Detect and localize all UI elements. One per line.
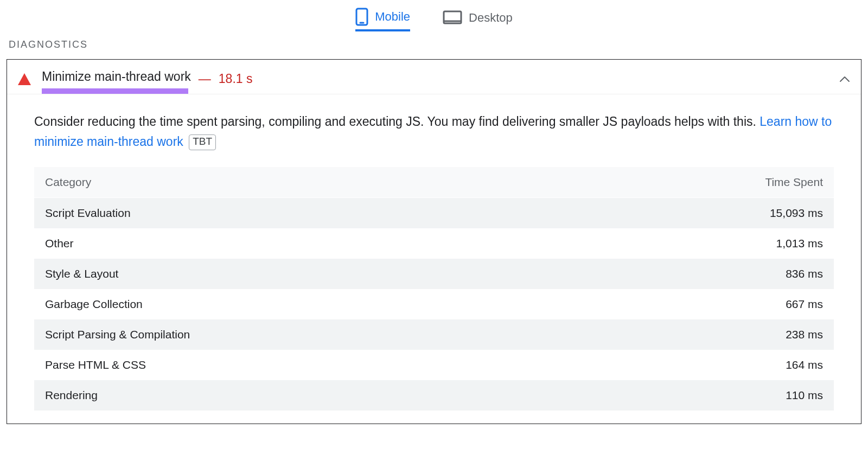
cell-time: 238 ms xyxy=(576,319,834,350)
device-tabs: Mobile Desktop xyxy=(7,0,861,39)
table-row: Script Evaluation 15,093 ms xyxy=(34,197,834,228)
cell-time: 15,093 ms xyxy=(576,197,834,228)
cell-time: 667 ms xyxy=(576,289,834,319)
cell-category: Parse HTML & CSS xyxy=(34,350,576,380)
chevron-up-icon xyxy=(839,76,850,82)
desktop-icon xyxy=(443,10,462,25)
cell-category: Script Evaluation xyxy=(34,197,576,228)
audit-title-text: Minimize main-thread work xyxy=(42,69,191,84)
table-row: Style & Layout 836 ms xyxy=(34,259,834,289)
cell-time: 164 ms xyxy=(576,350,834,380)
cell-category: Garbage Collection xyxy=(34,289,576,319)
cell-time: 110 ms xyxy=(576,380,834,411)
audit-panel: Minimize main-thread work — 18.1 s Consi… xyxy=(7,59,861,424)
audit-header[interactable]: Minimize main-thread work — 18.1 s xyxy=(7,60,861,94)
tab-mobile[interactable]: Mobile xyxy=(355,8,410,31)
audit-dash: — xyxy=(199,72,211,86)
cell-time: 1,013 ms xyxy=(576,228,834,259)
audit-value: 18.1 s xyxy=(219,72,253,86)
svg-marker-4 xyxy=(18,73,31,85)
cell-category: Script Parsing & Compilation xyxy=(34,319,576,350)
audit-description-text: Consider reducing the time spent parsing… xyxy=(34,114,760,129)
fail-triangle-icon xyxy=(18,73,31,85)
cell-category: Other xyxy=(34,228,576,259)
col-time: Time Spent xyxy=(576,167,834,198)
table-row: Other 1,013 ms xyxy=(34,228,834,259)
tab-desktop[interactable]: Desktop xyxy=(443,10,513,29)
table-row: Script Parsing & Compilation 238 ms xyxy=(34,319,834,350)
tab-mobile-label: Mobile xyxy=(375,10,410,24)
table-header-row: Category Time Spent xyxy=(34,167,834,198)
cell-category: Rendering xyxy=(34,380,576,411)
tab-desktop-label: Desktop xyxy=(469,11,513,25)
tbt-badge: TBT xyxy=(189,134,216,150)
col-category: Category xyxy=(34,167,576,198)
table-row: Parse HTML & CSS 164 ms xyxy=(34,350,834,380)
breakdown-table: Category Time Spent Script Evaluation 15… xyxy=(34,167,834,411)
audit-description: Consider reducing the time spent parsing… xyxy=(34,112,834,152)
diagnostics-heading: DIAGNOSTICS xyxy=(9,39,861,50)
highlight-underline xyxy=(42,88,188,94)
audit-title: Minimize main-thread work xyxy=(42,69,191,88)
audit-body: Consider reducing the time spent parsing… xyxy=(7,94,861,424)
cell-time: 836 ms xyxy=(576,259,834,289)
table-row: Garbage Collection 667 ms xyxy=(34,289,834,319)
mobile-icon xyxy=(355,8,368,26)
table-row: Rendering 110 ms xyxy=(34,380,834,411)
cell-category: Style & Layout xyxy=(34,259,576,289)
